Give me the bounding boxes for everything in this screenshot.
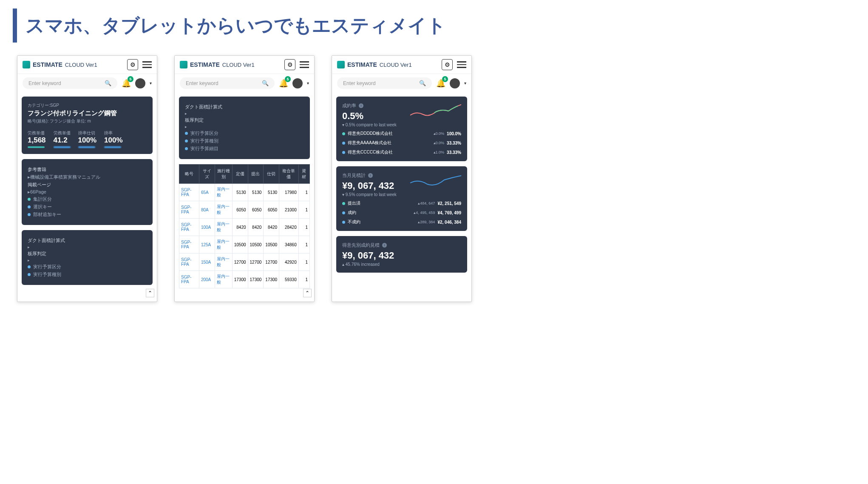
cell-price: 17300: [232, 271, 248, 288]
settings-button[interactable]: ⚙: [284, 59, 295, 70]
ref-book[interactable]: ▸機械設備工事積算実務マニュアル: [28, 174, 147, 180]
bullet-icon: [28, 213, 31, 216]
bullet-icon: [342, 132, 345, 135]
cell-code[interactable]: SGP-FPA: [179, 184, 199, 201]
th-size[interactable]: サイズ: [199, 165, 215, 184]
cell-compound: 17980: [279, 184, 299, 201]
cell-size[interactable]: 200A: [199, 271, 215, 288]
cell-code[interactable]: SGP-FPA: [179, 201, 199, 219]
brand-logo[interactable]: ESTIMATE CLOUD Ver1: [180, 61, 255, 68]
contract-rate-card: 成約率i 0.5% ▾ 0.5% compare to last week 得意…: [336, 97, 467, 161]
hamburger-button[interactable]: [457, 61, 466, 68]
bullet-icon: [342, 142, 345, 145]
th-compound[interactable]: 複合単価: [279, 165, 299, 184]
info-icon[interactable]: i: [368, 173, 373, 178]
info-icon[interactable]: i: [382, 243, 387, 248]
list-item[interactable]: 選択キー: [28, 204, 147, 210]
bullet-icon: [185, 132, 188, 135]
avatar-button[interactable]: [450, 78, 460, 88]
info-icon[interactable]: i: [359, 103, 363, 108]
notification-button[interactable]: 🔔 5: [436, 79, 445, 88]
table-row[interactable]: SGP-FPA125A屋内一般105001050010500348601: [179, 236, 310, 253]
avatar-button[interactable]: [135, 78, 145, 88]
table-row[interactable]: SGP-FPA80A屋内一般605060506050210001: [179, 201, 310, 219]
cell-code[interactable]: SGP-FPA: [179, 236, 199, 253]
search-input[interactable]: Enter keyword 🔍: [23, 77, 117, 89]
list-item[interactable]: 部材追加キー: [28, 211, 147, 218]
bullet-icon: [28, 205, 31, 208]
list-item[interactable]: 実行予算種別: [28, 271, 147, 278]
cell-price: 6050: [232, 201, 248, 219]
cell-type[interactable]: 屋内一般: [215, 184, 233, 201]
hamburger-button[interactable]: [300, 61, 309, 68]
page-title: スマホ、タブレットからいつでもエスティメイト: [26, 13, 446, 38]
table-row[interactable]: SGP-FPA100A屋内一般842084208420284201: [179, 219, 310, 236]
scroll-top-button[interactable]: ⌃: [146, 289, 154, 297]
brand-logo[interactable]: ESTIMATE CLOUD Ver1: [23, 61, 97, 68]
notification-badge: 5: [285, 76, 291, 82]
table-row[interactable]: SGP-FPA200A屋内一般173001730017300593301: [179, 271, 310, 288]
notification-button[interactable]: 🔔 5: [279, 79, 288, 88]
table-row[interactable]: SGP-FPA65A屋内一般513051305130179801: [179, 184, 310, 201]
cell-type[interactable]: 屋内一般: [215, 201, 233, 219]
search-input[interactable]: Enter keyword 🔍: [337, 77, 432, 89]
cell-cut: 6050: [264, 201, 279, 219]
cell-type[interactable]: 屋内一般: [215, 219, 233, 236]
client-compare: ▴ 45.76% increased: [342, 262, 461, 267]
brand-logo[interactable]: ESTIMATE CLOUD Ver1: [337, 61, 412, 68]
expand-icon[interactable]: ▸: [28, 245, 147, 249]
settings-button[interactable]: ⚙: [127, 59, 138, 70]
bullet-icon: [342, 151, 345, 154]
cell-size[interactable]: 65A: [199, 184, 215, 201]
search-input[interactable]: Enter keyword 🔍: [180, 77, 275, 89]
client-change: ▴0.0%: [434, 131, 445, 136]
list-item[interactable]: 集計区分: [28, 196, 147, 202]
item-label: 集計区分: [33, 196, 52, 202]
list-item[interactable]: 実行予算細目: [185, 145, 304, 152]
table-row[interactable]: SGP-FPA150A屋内一般127001270012700429201: [179, 253, 310, 271]
expand-icon[interactable]: ▸: [185, 125, 304, 129]
cell-type[interactable]: 屋内一般: [215, 253, 233, 271]
expand-icon[interactable]: ▸: [185, 111, 304, 116]
th-material[interactable]: 資材: [298, 165, 309, 184]
list-item[interactable]: 実行予算区分: [185, 130, 304, 137]
scroll-top-button[interactable]: ⌃: [303, 289, 312, 297]
stat-bar: [28, 146, 45, 148]
item-label: 実行予算種別: [190, 138, 218, 143]
list-item[interactable]: 実行予算区分: [28, 264, 147, 270]
th-submit[interactable]: 提出: [248, 165, 264, 184]
cell-submit: 17300: [248, 271, 264, 288]
th-type[interactable]: 施行種別: [215, 165, 233, 184]
th-price[interactable]: 定価: [232, 165, 248, 184]
th-cut[interactable]: 仕切: [264, 165, 279, 184]
expand-icon[interactable]: ▸: [28, 258, 147, 262]
cell-type[interactable]: 屋内一般: [215, 236, 233, 253]
cell-type[interactable]: 屋内一般: [215, 271, 233, 288]
cell-submit: 10500: [248, 236, 264, 253]
cell-size[interactable]: 125A: [199, 236, 215, 253]
settings-button[interactable]: ⚙: [442, 59, 453, 70]
th-code[interactable]: 略号: [179, 165, 199, 184]
ref-page[interactable]: ▸66Page: [28, 189, 147, 195]
client-estimate-card: 得意先別成約見積i ¥9, 067, 432 ▴ 45.76% increase…: [336, 236, 467, 273]
list-item[interactable]: 実行予算種別: [185, 138, 304, 144]
notification-button[interactable]: 🔔 5: [122, 79, 131, 88]
cell-size[interactable]: 100A: [199, 219, 215, 236]
menu-bar-icon: [142, 67, 152, 68]
cell-code[interactable]: SGP-FPA: [179, 219, 199, 236]
client-value: 33.33%: [447, 141, 461, 145]
menu-bar-icon: [300, 61, 309, 63]
bullet-icon: [342, 221, 345, 224]
avatar-button[interactable]: [292, 78, 303, 88]
hamburger-button[interactable]: [142, 61, 152, 68]
cell-code[interactable]: SGP-FPA: [179, 253, 199, 271]
stat-bar: [104, 146, 121, 148]
calc-heading: ダクト面積計算式: [185, 104, 304, 110]
cell-size[interactable]: 80A: [199, 201, 215, 219]
cell-code[interactable]: SGP-FPA: [179, 271, 199, 288]
cell-cut: 17300: [264, 271, 279, 288]
ref-page-label: 掲載ページ: [28, 182, 147, 188]
cell-size[interactable]: 150A: [199, 253, 215, 271]
item-label: 実行予算区分: [33, 264, 61, 269]
cell-compound: 28420: [279, 219, 299, 236]
